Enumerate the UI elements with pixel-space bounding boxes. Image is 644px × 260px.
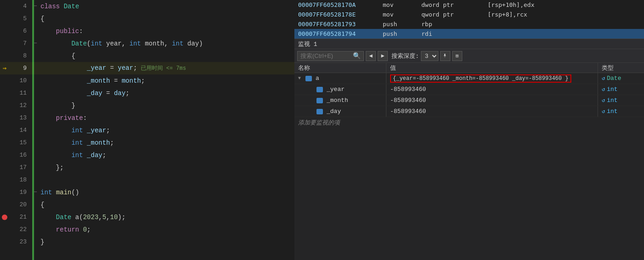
- code-line-12: 12 }: [0, 99, 294, 112]
- asm-addr: 00007FF605281794: [298, 30, 372, 37]
- line-number-7: 7: [9, 40, 32, 47]
- line-number-18: 18: [9, 176, 32, 183]
- watch-row[interactable]: _month-858993460↺int: [294, 95, 644, 106]
- code-line-18: 18: [0, 174, 294, 186]
- line-number-6: 6: [9, 28, 32, 34]
- watch-rows: ▼a{_year=-858993460 _month=-858993460 _d…: [294, 73, 644, 260]
- code-line-11: 11 _day = day;: [0, 87, 294, 99]
- line-number-4: 4: [9, 3, 32, 10]
- code-content-8: {: [39, 52, 294, 60]
- watch-var-name: _day: [327, 108, 341, 115]
- code-content-21: Date a(2023,5,10);: [39, 214, 294, 221]
- search-box[interactable]: 🔍: [297, 51, 364, 61]
- code-content-12: }: [39, 102, 294, 109]
- code-content-10: _month = month;: [39, 77, 294, 85]
- watch-row-value: -858993460: [386, 106, 598, 117]
- line-number-22: 22: [9, 226, 32, 233]
- code-line-4: 4─class Date: [0, 0, 294, 12]
- refresh-icon: ↺: [602, 86, 605, 93]
- code-line-14: 14 int _year;: [0, 124, 294, 136]
- asm-arg1: qword ptr: [421, 11, 477, 18]
- watch-row[interactable]: ▼a{_year=-858993460 _month=-858993460 _d…: [294, 73, 644, 84]
- collapse-icon-4[interactable]: ─: [32, 4, 39, 9]
- code-content-9: _year = year;已用时间 <= 7ms: [39, 64, 294, 72]
- asm-arg2: [rsp+10h],edx: [488, 1, 535, 8]
- line-number-19: 19: [9, 189, 32, 196]
- code-content-16: int _day;: [39, 152, 294, 159]
- watch-var-name: a: [316, 75, 319, 82]
- var-icon: [316, 109, 323, 114]
- asm-arg1: rbp: [421, 21, 477, 28]
- watch-row-name: _month: [294, 95, 386, 106]
- watch-row-type: ↺int: [598, 106, 644, 117]
- code-content-23: }: [39, 238, 294, 246]
- depth-select[interactable]: 3 1 2 4 5: [421, 51, 438, 61]
- line-number-5: 5: [9, 15, 32, 22]
- asm-op: mov: [383, 11, 410, 18]
- line-number-14: 14: [9, 127, 32, 134]
- code-line-7: 7─ Date(int year, int month, int day): [0, 37, 294, 50]
- watch-panel: 监视 1 🔍 ◀ ▶ 搜索深度: 3 1 2 4 5 🖈 ⊞ 名称 值 类型: [294, 39, 644, 260]
- line-number-21: 21: [9, 214, 32, 220]
- pin-icon-button[interactable]: 🖈: [440, 51, 450, 61]
- code-line-5: 5{: [0, 12, 294, 25]
- var-icon: [316, 87, 323, 92]
- watch-table-header: 名称 值 类型: [294, 63, 644, 73]
- refresh-icon: ↺: [602, 97, 605, 104]
- watch-row-type: ↺int: [598, 95, 644, 106]
- line-number-11: 11: [9, 90, 32, 96]
- col-header-value: 值: [386, 63, 598, 73]
- watch-value-text: -858993460: [390, 108, 426, 115]
- search-back-button[interactable]: ◀: [366, 51, 376, 61]
- watch-row[interactable]: _year-858993460↺int: [294, 84, 644, 95]
- watch-type-text: Date: [607, 75, 621, 82]
- line-number-13: 13: [9, 114, 32, 121]
- watch-row-name: ▼a: [294, 73, 386, 84]
- line-indicator-9: ⇒: [0, 64, 9, 72]
- depth-label: 搜索深度:: [391, 52, 419, 60]
- line-number-12: 12: [9, 102, 32, 109]
- watch-add-row[interactable]: 添加要监视的项: [294, 117, 644, 128]
- right-panel: 00007FF60528170Amovdword ptr[rsp+10h],ed…: [294, 0, 644, 260]
- search-icon: 🔍: [353, 52, 361, 60]
- code-content-17: };: [39, 164, 294, 171]
- code-content-14: int _year;: [39, 127, 294, 134]
- refresh-icon: ↺: [602, 108, 605, 115]
- code-line-19: 19─int main(): [0, 186, 294, 198]
- code-content-15: int _month;: [39, 139, 294, 147]
- watch-value-text: -858993460: [390, 86, 426, 93]
- refresh-icon: ↺: [602, 75, 605, 82]
- code-content-13: private:: [39, 114, 294, 122]
- watch-row-value: -858993460: [386, 95, 598, 106]
- asm-line: 00007FF60528170Amovdword ptr[rsp+10h],ed…: [294, 0, 644, 10]
- asm-addr: 00007FF60528178E: [298, 11, 372, 18]
- asm-addr: 00007FF605281793: [298, 21, 372, 28]
- watch-toolbar: 🔍 ◀ ▶ 搜索深度: 3 1 2 4 5 🖈 ⊞: [294, 49, 644, 63]
- code-line-6: 6 public:: [0, 25, 294, 37]
- code-line-16: 16 int _day;: [0, 149, 294, 161]
- expand-icon[interactable]: ▼: [298, 76, 304, 81]
- code-line-23: 23}: [0, 236, 294, 248]
- watch-value-text: -858993460: [390, 97, 426, 104]
- asm-arg1: dword ptr: [421, 1, 477, 8]
- arrow-indicator: ⇒: [3, 64, 6, 72]
- code-line-15: 15 int _month;: [0, 136, 294, 149]
- code-line-10: 10 _month = month;: [0, 74, 294, 87]
- search-forward-button[interactable]: ▶: [378, 51, 388, 61]
- var-icon: [316, 98, 323, 103]
- var-icon: [305, 76, 312, 81]
- code-line-8: 8 {: [0, 50, 294, 62]
- watch-var-name: _year: [327, 86, 345, 93]
- table-icon-button[interactable]: ⊞: [452, 51, 462, 61]
- col-header-name: 名称: [294, 63, 386, 73]
- watch-var-name: _month: [327, 97, 348, 104]
- line-number-17: 17: [9, 164, 32, 171]
- code-line-21: 21 Date a(2023,5,10);: [0, 211, 294, 223]
- watch-row[interactable]: _day-858993460↺int: [294, 106, 644, 117]
- code-content-6: public:: [39, 28, 294, 35]
- watch-row-value: {_year=-858993460 _month=-858993460 _day…: [386, 73, 598, 84]
- search-input[interactable]: [300, 52, 351, 59]
- collapse-icon-19[interactable]: ─: [32, 190, 39, 195]
- watch-title: 监视 1: [298, 40, 317, 48]
- collapse-icon-7[interactable]: ─: [32, 41, 39, 46]
